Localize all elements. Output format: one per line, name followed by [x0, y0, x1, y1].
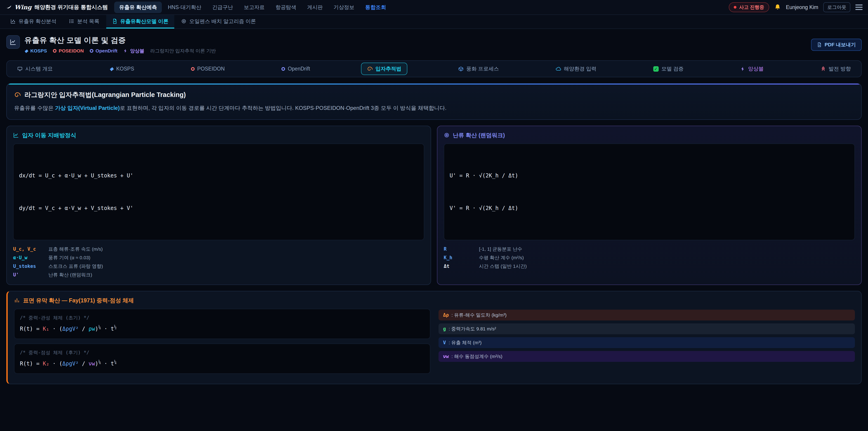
governing-card-title-row: 입자 이동 지배방정식 — [13, 131, 424, 139]
bolt-icon — [123, 49, 128, 53]
model-badge-row: KOSPS POSEIDON OpenDrift 앙상블 라그랑지안 입자추적 … — [24, 48, 216, 54]
badge-kosps: KOSPS — [24, 48, 47, 54]
logo-text: 해양환경 위기대응 통합시스템 — [34, 4, 108, 11]
scatter-chart-icon — [10, 19, 16, 24]
ring-icon — [90, 49, 93, 53]
section-nav-ocean-environment-input[interactable]: 해양환경 입력 — [550, 63, 602, 75]
code-comment: /* 중력-관성 체제 (초기) */ — [20, 314, 425, 322]
section-nav-system-overview[interactable]: 시스템 개요 — [11, 63, 59, 75]
intro-title-row: 라그랑지안 입자추적법(Lagrangian Particle Tracking… — [14, 90, 854, 99]
fay-legend: Δρ : 유류-해수 밀도차 (kg/m³) g : 중력가속도 9.81 m/… — [438, 309, 855, 378]
section-nav-poseidon[interactable]: POSEIDON — [185, 63, 230, 74]
legend-term: νw — [443, 354, 449, 359]
section-nav-ensemble[interactable]: 앙상블 — [735, 63, 770, 75]
section-nav-particle-tracking[interactable]: 입자추적법 — [361, 63, 407, 75]
legend-row: U' 난류 확산 (랜덤워크) — [13, 271, 424, 279]
main-content: 유출유 확산 모델 이론 및 검증 KOSPS POSEIDON OpenDri… — [0, 29, 868, 395]
fay-legend-row: V : 유출 체적 (m³) — [438, 337, 855, 348]
fay-spreading-card: 표면 유막 확산 — Fay(1971) 중력-점성 체제 /* 중력-관성 체… — [6, 291, 862, 384]
section-nav-kosps[interactable]: KOSPS — [104, 63, 140, 74]
incident-status-badge[interactable]: 사고 진행중 — [729, 2, 769, 12]
diamond-icon — [110, 66, 114, 72]
main-nav: 유출유 확산예측 HNS·대기확산 긴급구난 보고자료 항공탐색 게시판 기상정… — [114, 2, 391, 13]
fay-grid: /* 중력-관성 체제 (초기) */R(t) = K₁ · (ΔρgV² / … — [14, 309, 855, 378]
fay-code-block-viscous: /* 중력-점성 체제 (후기) */R(t) = K₂ · (ΔρgV² / … — [14, 343, 430, 374]
section-nav-weathering-process[interactable]: 풍화 프로세스 — [452, 63, 505, 75]
code-line: dy/dt = V_c + α·V_w + V_stokes + V' — [19, 203, 418, 214]
legend-desc: : 유출 체적 (m³) — [449, 339, 482, 346]
swirl-icon — [14, 92, 21, 98]
incident-status-label: 사고 진행중 — [739, 4, 764, 10]
monitor-icon — [17, 66, 23, 72]
legend-term: U' — [13, 272, 43, 278]
legend-term: U_stokes — [13, 264, 43, 269]
nav-item-hns-atmospheric[interactable]: HNS·대기확산 — [163, 2, 206, 13]
legend-row: U_c, V_c 표층 해류·조류 속도 (m/s) — [13, 245, 424, 253]
code-line: U' = R · √(2K_h / Δt) — [450, 170, 849, 181]
badge-poseidon: POSEIDON — [53, 48, 84, 54]
nav-item-emergency-rescue[interactable]: 긴급구난 — [207, 2, 238, 13]
tab-diffusion-model-theory[interactable]: 유출유확산모델 이론 — [106, 15, 174, 29]
legend-desc: 난류 확산 (랜덤워크) — [49, 272, 92, 278]
tab-oil-fence-algorithm-theory[interactable]: 오일펜스 배치 알고리즘 이론 — [175, 15, 262, 29]
fay-code-block-inertia: /* 중력-관성 체제 (초기) */R(t) = K₁ · (ΔρgV² / … — [14, 309, 430, 339]
list-icon — [69, 19, 74, 24]
chart-line-icon — [13, 132, 19, 138]
virtual-particle-highlight: 가상 입자(Virtual Particle) — [55, 105, 120, 111]
legend-row: K_h 수평 확산 계수 (m²/s) — [444, 253, 855, 262]
red-dot-icon — [734, 6, 737, 8]
page-icon-tile — [6, 35, 20, 49]
legend-term: K_h — [444, 255, 473, 260]
pdf-file-icon — [817, 42, 822, 48]
hamburger-menu-icon[interactable] — [855, 4, 863, 10]
lagrangian-intro-section: 라그랑지안 입자추적법(Lagrangian Particle Tracking… — [6, 83, 862, 120]
legend-desc: : 중력가속도 9.81 m/s² — [449, 326, 496, 332]
governing-equation-card: 입자 이동 지배방정식 dx/dt = U_c + α·U_w + U_stok… — [6, 126, 431, 285]
badge-ensemble: 앙상블 — [123, 48, 144, 54]
section-nav-model-validation[interactable]: 모델 검증 — [647, 63, 689, 75]
header-text: 유출유 확산 모델 이론 및 검증 KOSPS POSEIDON OpenDri… — [24, 35, 216, 54]
random-walk-code-block: U' = R · √(2K_h / Δt) V' = R · √(2K_h / … — [444, 144, 855, 240]
ring-icon — [281, 67, 285, 71]
cloud-icon — [556, 66, 561, 72]
nav-item-reports[interactable]: 보고자료 — [239, 2, 270, 13]
app-logo[interactable]: Wing 해양환경 위기대응 통합시스템 — [5, 4, 108, 11]
nav-item-board[interactable]: 게시판 — [302, 2, 328, 13]
legend-term: V — [443, 340, 446, 345]
legend-term: Δt — [444, 264, 473, 269]
governing-legend: U_c, V_c 표층 해류·조류 속도 (m/s) α·U_w 풍류 기여 (… — [13, 245, 424, 279]
tab-label: 유출유 확산분석 — [19, 18, 56, 25]
ring-icon — [181, 19, 186, 24]
nav-item-integrated-search[interactable]: 통합조회 — [360, 2, 391, 13]
legend-term: Δρ — [443, 312, 449, 318]
fay-formulas: /* 중력-관성 체제 (초기) */R(t) = K₁ · (ΔρgV² / … — [14, 309, 430, 378]
legend-term: R — [444, 246, 473, 252]
rocket-icon — [820, 66, 826, 72]
chart-line-icon — [10, 39, 17, 45]
fay-title: 표면 유막 확산 — Fay(1971) 중력-점성 체제 — [23, 297, 134, 304]
code-line: V' = R · √(2K_h / Δt) — [450, 203, 849, 214]
nav-item-aerial-search[interactable]: 항공탐색 — [271, 2, 301, 13]
page-title: 유출유 확산 모델 이론 및 검증 — [24, 35, 216, 45]
header-caption: 라그랑지안 입자추적 이론 기반 — [150, 48, 216, 54]
logo-mark: Wing — [14, 4, 32, 11]
intro-title: 라그랑지안 입자추적법(Lagrangian Particle Tracking… — [24, 90, 186, 99]
random-walk-legend: R [-1, 1] 균등분포 난수 K_h 수평 확산 계수 (m²/s) Δt… — [444, 245, 855, 271]
tab-analysis-list[interactable]: 분석 목록 — [63, 15, 105, 29]
logout-button[interactable]: 로그아웃 — [823, 2, 850, 12]
fay-title-row: 표면 유막 확산 — Fay(1971) 중력-점성 체제 — [14, 297, 855, 304]
fay-legend-row: Δρ : 유류-해수 밀도차 (kg/m³) — [438, 310, 855, 320]
code-line: dx/dt = U_c + α·U_w + U_stokes + U' — [19, 170, 418, 181]
top-navigation-bar: Wing 해양환경 위기대응 통합시스템 유출유 확산예측 HNS·대기확산 긴… — [0, 0, 868, 15]
section-nav-opendrift[interactable]: OpenDrift — [276, 63, 316, 74]
nav-item-oil-spill-prediction[interactable]: 유출유 확산예측 — [114, 2, 162, 13]
legend-desc: : 유류-해수 밀도차 (kg/m³) — [452, 312, 506, 318]
section-nav-future-direction[interactable]: 발전 방향 — [815, 63, 857, 75]
legend-desc: 스토크스 표류 (파랑 영향) — [49, 263, 103, 269]
nav-item-weather-info[interactable]: 기상정보 — [329, 2, 360, 13]
bell-icon[interactable] — [774, 4, 781, 11]
tab-label: 오일펜스 배치 알고리즘 이론 — [189, 18, 256, 25]
topbar-right: 사고 진행중 Eunjeong Kim 로그아웃 — [729, 2, 863, 12]
pdf-export-button[interactable]: PDF 내보내기 — [811, 39, 862, 51]
tab-spill-analysis[interactable]: 유출유 확산분석 — [4, 15, 62, 29]
